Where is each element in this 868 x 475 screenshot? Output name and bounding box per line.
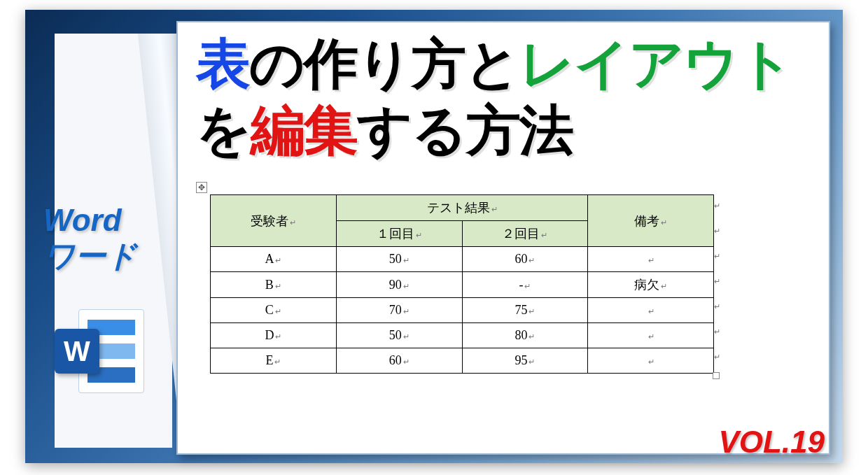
table-resize-handle-icon[interactable] (713, 372, 720, 379)
cell-name: C (211, 298, 337, 323)
col-examinee: 受験者 (211, 195, 337, 247)
title-line-1: 表の作り方とレイアウト (196, 31, 826, 97)
cell-r1: 50 (336, 323, 462, 348)
cell-r1: 60 (336, 348, 462, 374)
table-move-handle-icon[interactable]: ✥ (196, 182, 207, 193)
test-results-table: 受験者 テスト結果 備考 １回目 ２回目 A 50 60 B 90 - 病欠 (210, 194, 714, 374)
cell-name: A (211, 247, 337, 272)
cell-r2: 75 (462, 298, 588, 323)
row-end-markers: ↵ ↵ ↵ ↵ ↵ ↵ ↵ (714, 194, 724, 374)
cell-note (588, 247, 714, 272)
col-test-results: テスト結果 (336, 195, 588, 221)
table-row: C 70 75 (211, 298, 714, 323)
slide-title: 表の作り方とレイアウト を編集する方法 (196, 31, 826, 164)
left-app-label: Word ワード (43, 203, 183, 274)
title-word-edit: 編集 (251, 99, 357, 161)
col-first: １回目 (336, 221, 462, 247)
word-icon-badge: W (55, 329, 99, 374)
word-table-example: ✥ 受験者 テスト結果 備考 １回目 ２回目 A 50 60 B (210, 194, 714, 374)
title-text-2b: する方法 (357, 99, 573, 161)
title-line-2: を編集する方法 (196, 97, 826, 164)
app-name-ja: ワード (43, 239, 183, 274)
cell-r2: - (462, 272, 588, 298)
cell-note: 病欠 (588, 272, 714, 298)
title-word-layout: レイアウト (519, 33, 792, 94)
cell-r2: 95 (462, 348, 588, 374)
cell-note (588, 323, 714, 348)
cell-name: E (211, 348, 337, 374)
cell-r2: 80 (462, 323, 588, 348)
cell-name: D (211, 323, 337, 348)
table-row: D 50 80 (211, 323, 714, 348)
title-text-2a: を (196, 99, 251, 161)
col-remarks: 備考 (588, 195, 714, 247)
app-name-en: Word (43, 203, 183, 239)
word-app-icon: W (55, 309, 144, 393)
cell-r1: 90 (336, 272, 462, 298)
table-row: B 90 - 病欠 (211, 272, 714, 298)
table-header-row-1: 受験者 テスト結果 備考 (211, 195, 714, 221)
volume-label: VOL.19 (718, 425, 825, 460)
cell-note (588, 298, 714, 323)
cell-r1: 50 (336, 247, 462, 272)
title-word-table: 表 (196, 33, 249, 94)
cell-r2: 60 (462, 247, 588, 272)
cell-name: B (211, 272, 337, 298)
table-row: E 60 95 (211, 348, 714, 374)
title-text-1: の作り方と (249, 33, 519, 94)
cell-r1: 70 (336, 298, 462, 323)
col-second: ２回目 (462, 221, 588, 247)
table-row: A 50 60 (211, 247, 714, 272)
cell-note (588, 348, 714, 374)
